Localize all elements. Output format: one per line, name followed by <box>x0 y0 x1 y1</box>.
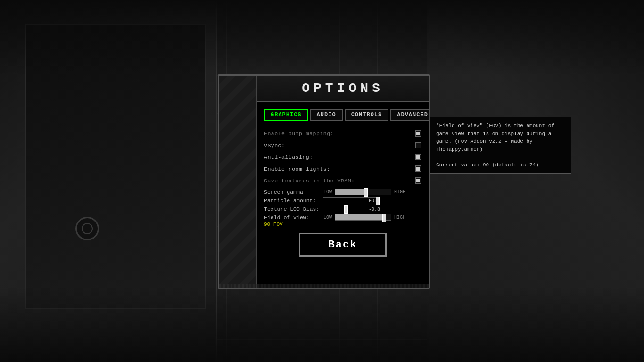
setting-bump-mapping: Enable bump mapping: <box>264 128 421 139</box>
setting-anti-aliasing: Anti-aliasing: <box>264 152 421 162</box>
screen-gamma-row: Screen gamma LOW HIGH <box>264 189 421 195</box>
particle-amount-label: Particle amount: <box>264 197 321 204</box>
room-lights-right <box>412 165 421 172</box>
texture-lod-slider[interactable] <box>323 206 380 206</box>
back-button[interactable]: Back <box>299 233 387 257</box>
wall-outlet <box>75 217 99 240</box>
fov-low: LOW <box>323 215 332 220</box>
anti-aliasing-right <box>412 154 421 160</box>
dialog-hazard-stripes <box>219 76 257 288</box>
texture-lod-value: -0.8 <box>369 207 380 212</box>
settings-area: Enable bump mapping: VSync: Anti-aliasin… <box>264 128 421 186</box>
particle-amount-row: Particle amount: FULL <box>264 197 421 204</box>
screen-gamma-low: LOW <box>323 189 332 195</box>
tooltip-text: "Field of view" (FOV) is the amount of g… <box>436 123 554 168</box>
room-floor <box>0 287 644 362</box>
fov-row: Field of view: LOW HIGH <box>264 214 421 221</box>
dialog-title-bar: OPTIONS <box>257 76 429 102</box>
vram-textures-right <box>412 177 421 184</box>
texture-lod-label: Texture LOD Bias: <box>264 206 321 212</box>
tab-advanced[interactable]: ADVANCED <box>390 109 430 121</box>
room-lights-label: Enable room lights: <box>264 166 330 172</box>
fov-tooltip: "Field of view" (FOV) is the amount of g… <box>430 117 571 174</box>
options-dialog: OPTIONS GRAPHICS AUDIO CONTROLS ADVANCED… <box>218 74 430 289</box>
setting-room-lights: Enable room lights: <box>264 164 421 174</box>
dialog-title: OPTIONS <box>302 81 384 96</box>
fov-current-value: 90 FOV <box>264 222 421 227</box>
tab-audio[interactable]: AUDIO <box>310 109 343 121</box>
fov-slider[interactable] <box>335 214 391 221</box>
screen-gamma-high: HIGH <box>394 189 405 195</box>
bump-mapping-label: Enable bump mapping: <box>264 131 334 137</box>
setting-vram-textures: Save textures in the VRAM: <box>264 175 421 186</box>
fov-high: HIGH <box>394 215 405 220</box>
vsync-checkbox[interactable] <box>415 142 421 148</box>
bump-mapping-checkbox[interactable] <box>415 130 421 137</box>
setting-vsync: VSync: <box>264 140 421 150</box>
vsync-right <box>412 142 421 148</box>
anti-aliasing-label: Anti-aliasing: <box>264 154 313 160</box>
dialog-bottom-texture <box>219 284 429 288</box>
screen-gamma-slider[interactable] <box>335 189 391 195</box>
tab-graphics[interactable]: GRAPHICS <box>264 109 308 121</box>
bump-mapping-right <box>412 130 421 137</box>
vram-textures-label: Save textures in the VRAM: <box>264 178 355 184</box>
room-lights-checkbox[interactable] <box>415 165 421 172</box>
texture-lod-row: Texture LOD Bias: -0.8 <box>264 206 421 212</box>
tab-controls[interactable]: CONTROLS <box>345 109 389 121</box>
screen-gamma-label: Screen gamma <box>264 189 321 195</box>
vram-textures-checkbox[interactable] <box>415 177 421 184</box>
vsync-label: VSync: <box>264 142 285 148</box>
tab-bar: GRAPHICS AUDIO CONTROLS ADVANCED <box>264 109 421 121</box>
dialog-content: GRAPHICS AUDIO CONTROLS ADVANCED Enable … <box>257 102 429 288</box>
particle-amount-slider[interactable] <box>323 197 380 198</box>
anti-aliasing-checkbox[interactable] <box>415 154 421 160</box>
fov-label: Field of view: <box>264 214 321 221</box>
room-ceiling <box>0 0 644 75</box>
